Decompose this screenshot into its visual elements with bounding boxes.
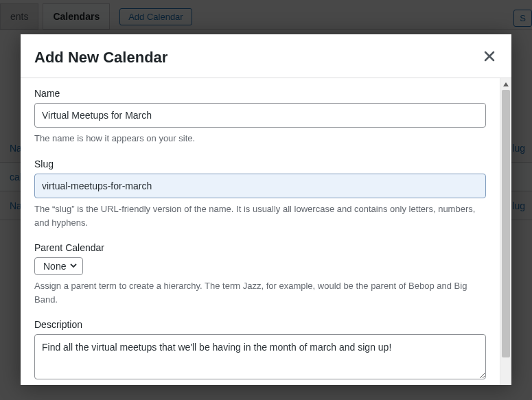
parent-label: Parent Calendar [34,242,486,253]
description-input[interactable] [34,334,486,379]
modal-body: Name The name is how it appears on your … [21,78,500,385]
name-input[interactable] [34,103,486,128]
parent-select[interactable]: None [34,257,83,275]
name-helper: The name is how it appears on your site. [34,132,486,145]
slug-label: Slug [34,158,486,169]
field-parent: Parent Calendar None Assign a parent ter… [34,242,486,307]
name-label: Name [34,88,486,99]
parent-helper: Assign a parent term to create a hierarc… [34,279,486,307]
description-label: Description [34,319,486,330]
scrollbar-thumb[interactable] [502,90,510,357]
chevron-down-icon [70,262,77,270]
scrollbar[interactable] [500,78,511,385]
close-icon[interactable] [481,47,498,68]
slug-input[interactable] [34,174,486,198]
field-name: Name The name is how it appears on your … [34,88,486,146]
modal-body-wrap: Name The name is how it appears on your … [21,78,511,385]
field-description: Description [34,319,486,381]
slug-helper: The “slug” is the URL-friendly version o… [34,202,486,230]
parent-selected-value: None [43,261,66,272]
scrollbar-up-icon[interactable] [500,78,511,90]
add-calendar-modal: Add New Calendar Name The name is how it… [21,34,511,385]
field-slug: Slug The “slug” is the URL-friendly vers… [34,158,486,231]
modal-header: Add New Calendar [21,34,511,78]
modal-title: Add New Calendar [34,49,167,67]
